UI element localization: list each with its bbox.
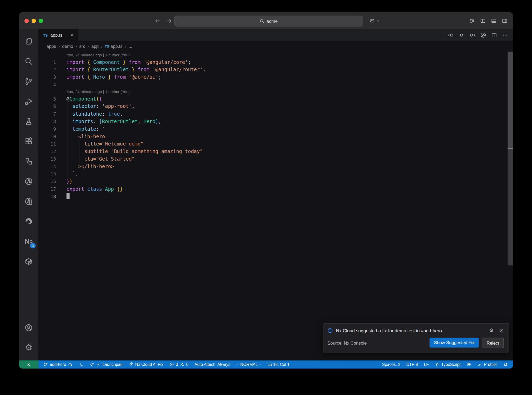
status-notifications[interactable]: [500, 362, 511, 367]
tab-close-icon[interactable]: ✕: [70, 32, 74, 38]
breadcrumb-item--[interactable]: ...: [129, 44, 132, 49]
traffic-lights: [19, 18, 43, 23]
scrollbar-thumb-lower[interactable]: [508, 149, 513, 265]
split-editor-icon[interactable]: [491, 32, 497, 38]
reject-button[interactable]: Reject: [482, 338, 504, 348]
status-problems[interactable]: 00: [166, 362, 191, 367]
activity-item-accounts[interactable]: [19, 318, 38, 338]
indent-guide: [68, 103, 68, 178]
copilot-icon: [467, 362, 471, 367]
toast-settings-gear-icon[interactable]: ⚙: [489, 328, 494, 333]
forward-arrow-icon[interactable]: [166, 18, 172, 24]
main-area: N>3 ⚙ TS app.ts ✕ apps›demo›src›app›TSap…: [19, 29, 513, 360]
warning-icon: [180, 362, 184, 367]
nx-run-target-icon[interactable]: [480, 32, 486, 38]
line-number: 1: [38, 58, 56, 66]
line-number: 5: [38, 95, 56, 103]
info-icon: [327, 328, 333, 333]
code-line-3: 3import { Hero } from '@acme/ui';: [38, 73, 513, 81]
error-icon: [169, 362, 174, 367]
activity-item-source-control[interactable]: [19, 71, 38, 91]
toast-source: Source: Nx Console: [327, 340, 367, 346]
status-language[interactable]: {}TypeScript: [432, 362, 463, 367]
line-number: 4: [38, 81, 56, 88]
back-arrow-icon[interactable]: [155, 18, 161, 24]
cloud-upload-icon: [68, 362, 72, 367]
more-actions-icon[interactable]: [502, 32, 508, 38]
activity-item-containers[interactable]: [19, 252, 38, 272]
source-control-icon: [24, 77, 33, 85]
editor-scrollbar[interactable]: [508, 52, 513, 361]
status-scm-graph[interactable]: [76, 362, 87, 367]
customize-layout-icon[interactable]: [469, 18, 475, 24]
code-line-9: 9 template: `: [38, 125, 513, 133]
status-launchpad[interactable]: Launchpad: [87, 362, 126, 367]
show-suggested-fix-button[interactable]: Show Suggested Fix: [429, 338, 479, 348]
minimize-window-button[interactable]: [31, 18, 36, 23]
svg-text:⚙: ⚙: [25, 344, 32, 352]
nav-forward-icon[interactable]: [470, 32, 475, 38]
svg-text:{}: {}: [436, 363, 438, 366]
copilot-menu[interactable]: [369, 18, 380, 24]
code-line-16: 16}): [38, 178, 513, 185]
activity-item-search[interactable]: [19, 51, 38, 71]
status-eol[interactable]: LF: [421, 362, 432, 367]
line-number: 9: [38, 125, 56, 133]
nav-outline-icon[interactable]: [459, 32, 464, 38]
activity-item-explorer[interactable]: [19, 31, 38, 51]
status-encoding[interactable]: UTF-8: [403, 362, 421, 367]
activity-item-settings[interactable]: ⚙: [19, 338, 38, 358]
status-formatter[interactable]: Prettier: [474, 362, 500, 367]
toggle-secondary-sidebar-icon[interactable]: [502, 18, 508, 24]
activity-item-nx-project-details[interactable]: [19, 192, 38, 212]
activity-bar: N>3 ⚙: [19, 29, 38, 360]
activity-item-edge-browser[interactable]: [19, 212, 38, 232]
activity-item-testing[interactable]: [19, 111, 38, 131]
activity-item-project-structure[interactable]: [19, 152, 38, 172]
status-copilot-status[interactable]: [464, 362, 475, 367]
toggle-primary-sidebar-icon[interactable]: [480, 18, 486, 24]
status-auto-attach[interactable]: Auto Attach: Always: [191, 362, 233, 367]
line-number: 7: [38, 110, 56, 118]
double-check-icon: [477, 362, 482, 367]
code-line-14: 14 ></lib-hero>: [38, 163, 513, 170]
breadcrumb-item-demo[interactable]: demo: [62, 44, 73, 49]
nav-back-icon[interactable]: [448, 32, 454, 38]
accounts-icon: [24, 324, 33, 332]
activity-item-run-debug[interactable]: [19, 91, 38, 111]
activity-item-nx-console[interactable]: N>3: [19, 232, 38, 252]
git-blame-annotation: You, 24 minutes ago | 1 author (You): [38, 88, 513, 95]
toggle-panel-icon[interactable]: [491, 18, 497, 24]
activity-item-nx-cloud[interactable]: [19, 172, 38, 192]
breadcrumb-item-apps[interactable]: apps: [46, 44, 56, 49]
status-nx-cloud-ai-fix[interactable]: Nx Cloud AI Fix: [126, 362, 166, 367]
commit-graph-icon: [79, 362, 83, 367]
line-number: 17: [38, 185, 56, 193]
zoom-window-button[interactable]: [39, 18, 43, 23]
extensions-icon: [24, 137, 33, 146]
status-cursor-position[interactable]: Ln 18, Col 1: [264, 362, 292, 367]
breadcrumb-item-app-ts[interactable]: TSapp.ts: [105, 44, 122, 49]
status-git-branch[interactable]: add-hero: [40, 362, 76, 367]
breadcrumb-item-src[interactable]: src: [79, 44, 85, 49]
status-indentation[interactable]: Spaces: 2: [379, 362, 403, 367]
line-number: 2: [38, 66, 56, 74]
search-value: acme: [267, 18, 278, 24]
code-line-17: 17export class App {}: [38, 185, 513, 193]
breadcrumb-item-app[interactable]: app: [91, 44, 98, 49]
titlebar: acme: [19, 12, 513, 29]
testing-icon: [24, 117, 33, 126]
code-editor[interactable]: You, 24 minutes ago | 1 author (You)1imp…: [38, 52, 513, 361]
activity-item-extensions[interactable]: [19, 131, 38, 151]
toast-close-icon[interactable]: [498, 328, 504, 333]
breadcrumb-separator: ›: [88, 44, 89, 49]
scrollbar-thumb[interactable]: [508, 52, 513, 148]
settings-icon: ⚙: [24, 344, 33, 352]
close-window-button[interactable]: [24, 18, 29, 23]
tab-app-ts[interactable]: TS app.ts ✕: [38, 29, 78, 41]
command-center-search[interactable]: acme: [174, 16, 363, 27]
remote-indicator[interactable]: [19, 360, 38, 368]
status-vim-mode[interactable]: -- NORMAL --: [234, 362, 265, 367]
code-line-15: 15 `,: [38, 170, 513, 178]
git-blame-annotation: You, 24 minutes ago | 1 author (You): [38, 52, 513, 58]
